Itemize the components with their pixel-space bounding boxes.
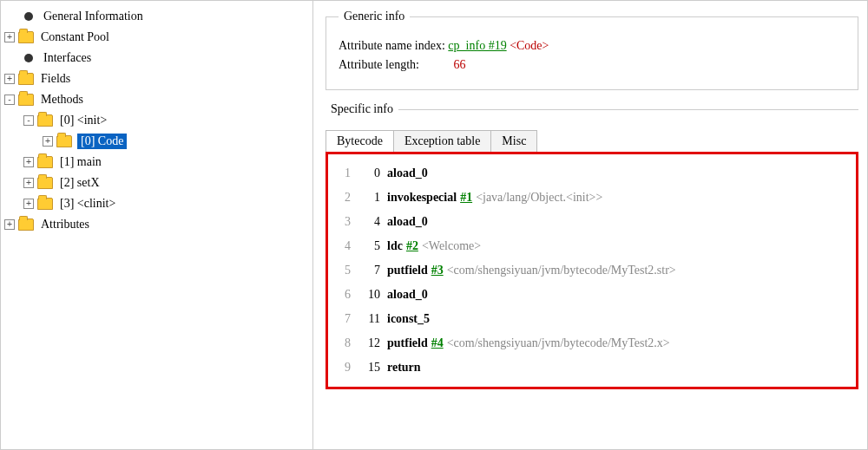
bytecode-row[interactable]: 610aload_0 — [333, 283, 851, 307]
tree-label: [0] <init> — [58, 113, 108, 128]
bytecode-row[interactable]: 10aload_0 — [333, 161, 851, 186]
generic-info-legend: Generic info — [339, 10, 410, 23]
bytecode-opcode: ldc — [387, 234, 403, 258]
tab-misc[interactable]: Misc — [490, 130, 537, 152]
tree-node-method-setx[interactable]: + [2] setX — [4, 173, 309, 193]
bytecode-row[interactable]: 57putfield #3 <com/shengsiyuan/jvm/bytec… — [333, 258, 851, 283]
bytecode-offset: 4 — [359, 210, 380, 234]
collapse-icon[interactable]: - — [4, 95, 15, 105]
bytecode-cp-ref[interactable]: #3 — [431, 258, 444, 283]
tree-node-attributes[interactable]: + Attributes — [4, 214, 309, 235]
tab-exception-table[interactable]: Exception table — [393, 130, 491, 152]
specific-info-group: Specific info Bytecode Exception table M… — [326, 102, 858, 401]
tree-node-constant-pool[interactable]: + Constant Pool — [4, 27, 309, 48]
expand-icon[interactable]: + — [43, 136, 53, 147]
bytecode-offset: 1 — [359, 186, 380, 210]
folder-icon — [37, 114, 53, 127]
bytecode-line-number: 6 — [333, 283, 351, 307]
bullet-icon — [24, 54, 33, 62]
bytecode-row[interactable]: 45ldc #2 <Welcome> — [333, 234, 851, 258]
bullet-icon — [24, 12, 33, 21]
bytecode-line-number: 1 — [333, 161, 351, 186]
bytecode-cp-ref[interactable]: #2 — [406, 234, 418, 258]
tree-node-method-init[interactable]: - [0] <init> — [4, 110, 309, 131]
bytecode-line-number: 2 — [333, 186, 351, 210]
attr-length-label: Attribute length: — [339, 58, 419, 71]
bytecode-list: 10aload_021invokespecial #1 <java/lang/O… — [326, 152, 858, 389]
bytecode-opcode: putfield — [387, 258, 428, 283]
tree-label: [3] <clinit> — [58, 196, 117, 212]
tree-label: Constant Pool — [39, 29, 111, 45]
folder-icon — [37, 198, 53, 210]
bytecode-offset: 11 — [359, 307, 380, 331]
bytecode-comment: <java/lang/Object.<init>> — [476, 186, 602, 210]
folder-icon — [18, 218, 34, 231]
bytecode-comment: <Welcome> — [422, 234, 481, 258]
bytecode-offset: 12 — [359, 331, 380, 355]
tree-label: [2] setX — [58, 175, 102, 191]
bytecode-opcode: aload_0 — [387, 283, 428, 307]
tree-node-method-clinit[interactable]: + [3] <clinit> — [4, 193, 309, 214]
tree-label: General Information — [42, 9, 145, 24]
bytecode-opcode: iconst_5 — [387, 307, 430, 331]
bytecode-row[interactable]: 21invokespecial #1 <java/lang/Object.<in… — [333, 186, 851, 210]
bytecode-opcode: aload_0 — [387, 161, 428, 186]
tree-node-method-main[interactable]: + [1] main — [4, 152, 309, 173]
tree-node-fields[interactable]: + Fields — [4, 68, 309, 89]
bytecode-row[interactable]: 34aload_0 — [333, 210, 851, 234]
tree-label-selected: [0] Code — [77, 134, 127, 149]
folder-icon — [37, 156, 53, 168]
bytecode-cp-ref[interactable]: #1 — [460, 186, 472, 210]
expand-icon[interactable]: + — [4, 74, 15, 84]
tree-node-method-init-code[interactable]: + [0] Code — [4, 131, 309, 152]
folder-icon — [18, 94, 34, 106]
tree-panel: General Information + Constant Pool Inte… — [1, 1, 313, 449]
tree-node-interfaces[interactable]: Interfaces — [4, 48, 309, 68]
bytecode-offset: 7 — [359, 258, 380, 283]
attr-name-row: Attribute name index: cp_info #19 <Code> — [339, 39, 845, 53]
detail-panel: Generic info Attribute name index: cp_in… — [313, 1, 867, 449]
attr-name-label: Attribute name index: — [339, 39, 445, 52]
bytecode-line-number: 7 — [333, 307, 351, 331]
bytecode-row[interactable]: 915return — [333, 355, 851, 380]
folder-icon — [18, 73, 34, 85]
generic-info-group: Generic info Attribute name index: cp_in… — [326, 10, 858, 90]
attr-length-value: 66 — [453, 58, 465, 72]
bytecode-cp-ref[interactable]: #4 — [431, 331, 444, 355]
tab-bytecode[interactable]: Bytecode — [326, 130, 394, 152]
app-window: General Information + Constant Pool Inte… — [0, 0, 868, 450]
attr-name-link[interactable]: cp_info #19 — [448, 39, 506, 52]
bytecode-offset: 10 — [359, 283, 380, 307]
bytecode-row[interactable]: 711iconst_5 — [333, 307, 851, 331]
bytecode-opcode: return — [387, 355, 421, 380]
tree-node-methods[interactable]: - Methods — [4, 89, 309, 110]
folder-icon — [37, 177, 53, 189]
specific-info-legend: Specific info — [326, 102, 398, 116]
collapse-icon[interactable]: - — [23, 115, 34, 126]
bytecode-comment: <com/shengsiyuan/jvm/bytecode/MyTest2.st… — [447, 258, 676, 283]
tree-node-general-info[interactable]: General Information — [4, 6, 309, 27]
attr-length-row: Attribute length: 66 — [339, 58, 845, 72]
bytecode-row[interactable]: 812putfield #4 <com/shengsiyuan/jvm/byte… — [333, 331, 851, 355]
bytecode-offset: 15 — [359, 355, 380, 380]
expand-icon[interactable]: + — [23, 157, 34, 167]
folder-icon — [56, 135, 72, 147]
tabs: Bytecode Exception table Misc — [326, 130, 858, 153]
tree-label: [1] main — [58, 154, 103, 170]
expand-icon[interactable]: + — [4, 32, 15, 42]
folder-icon — [18, 31, 34, 43]
bytecode-offset: 5 — [359, 234, 380, 258]
expand-icon[interactable]: + — [4, 219, 15, 230]
tree-label: Attributes — [39, 217, 91, 232]
bytecode-opcode: aload_0 — [387, 210, 428, 234]
expand-icon[interactable]: + — [23, 199, 34, 209]
tree-label: Methods — [39, 92, 85, 108]
bytecode-opcode: putfield — [387, 331, 428, 355]
bytecode-line-number: 4 — [333, 234, 351, 258]
bytecode-line-number: 8 — [333, 331, 351, 355]
bytecode-comment: <com/shengsiyuan/jvm/bytecode/MyTest2.x> — [447, 331, 670, 355]
tree-label: Fields — [39, 71, 72, 87]
attr-name-tag: <Code> — [510, 39, 549, 52]
expand-icon[interactable]: + — [23, 178, 34, 188]
bytecode-line-number: 9 — [333, 355, 351, 380]
